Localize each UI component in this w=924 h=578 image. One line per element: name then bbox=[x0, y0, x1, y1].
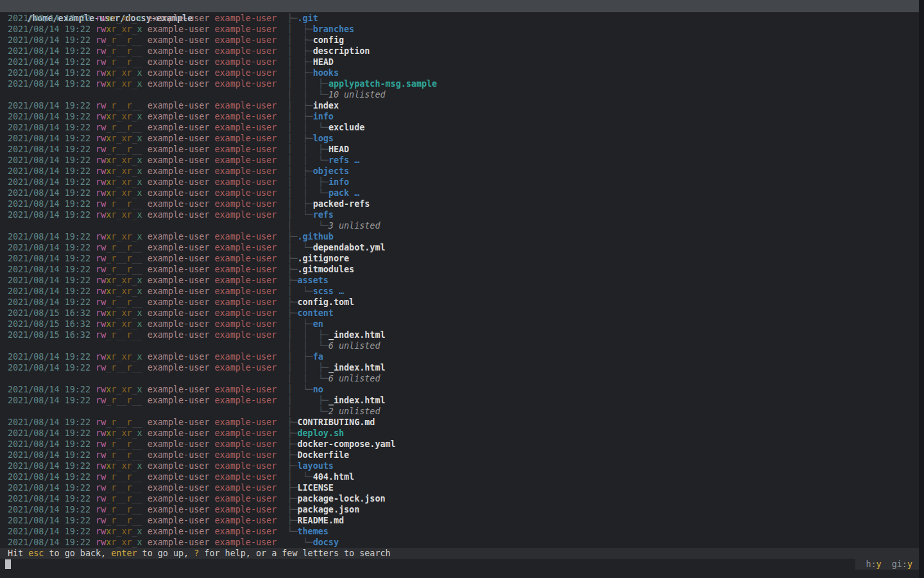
directory-name[interactable]: .github bbox=[298, 232, 334, 241]
tree-row[interactable]: 2021/08/14 19:22 rw_r__r__ example-user … bbox=[0, 471, 919, 482]
tree-row[interactable]: 2021/08/14 19:22 rwxr_xr_x example-user … bbox=[0, 67, 919, 78]
file-name[interactable]: dependabot.yml bbox=[313, 243, 386, 252]
tree-row[interactable]: 2021/08/14 19:22 rw_r__r__ example-user … bbox=[0, 439, 919, 450]
file-name[interactable]: HEAD bbox=[329, 144, 349, 154]
directory-name[interactable]: .git bbox=[298, 13, 318, 23]
file-name[interactable]: _index.html bbox=[329, 330, 386, 340]
executable-file-name[interactable]: deploy.sh bbox=[298, 428, 345, 438]
tree-row[interactable]: 2021/08/14 19:22 rwxr_xr_x example-user … bbox=[0, 155, 919, 166]
file-name[interactable]: .gitignore bbox=[298, 254, 350, 263]
tree-row[interactable]: 2021/08/14 19:22 rwxr_xr_x example-user … bbox=[0, 78, 919, 89]
file-name[interactable]: exclude bbox=[329, 123, 364, 132]
tree-row[interactable]: 2021/08/14 19:22 rwxr_xr_x example-user … bbox=[0, 384, 919, 395]
tree-row[interactable]: 2021/08/15 16:32 rwxr_xr_x example-user … bbox=[0, 319, 919, 329]
tree-row[interactable]: 2021/08/14 19:22 rw_r__r__ example-user … bbox=[0, 122, 919, 133]
tree-row[interactable]: 2021/08/14 19:22 rwxr_xr_x example-user … bbox=[0, 188, 919, 198]
file-name[interactable]: package-lock.json bbox=[298, 494, 386, 504]
tree-row[interactable]: │ │ └─6 unlisted bbox=[0, 373, 919, 384]
directory-name[interactable]: branches bbox=[313, 24, 355, 34]
tree-row[interactable]: 2021/08/14 19:22 rwxr_xr_x example-user … bbox=[0, 526, 919, 537]
directory-name[interactable]: objects bbox=[313, 166, 349, 176]
tree-row[interactable]: 2021/08/14 19:22 rw_r__r__ example-user … bbox=[0, 242, 919, 253]
file-name[interactable]: packed-refs bbox=[313, 199, 370, 209]
tree-row[interactable]: 2021/08/14 19:22 rw_r__r__ example-user … bbox=[0, 144, 919, 155]
directory-name[interactable]: pack bbox=[329, 188, 349, 198]
tree-row[interactable]: 2021/08/14 19:22 rw_r__r__ example-user … bbox=[0, 450, 919, 460]
directory-name[interactable]: no bbox=[313, 385, 323, 394]
tree-row[interactable]: 2021/08/14 19:22 rwxr_xr_x example-user … bbox=[0, 133, 919, 144]
owner-name: example-user bbox=[148, 450, 215, 460]
tree-row[interactable]: 2021/08/14 19:22 rw_r__r__ example-user … bbox=[0, 264, 919, 275]
tree-row[interactable]: 2021/08/14 19:22 rw_r__r__ example-user … bbox=[0, 515, 919, 526]
tree-row[interactable]: 2021/08/14 19:22 rw_r__r__ example-user … bbox=[0, 57, 919, 67]
tree-row[interactable]: 2021/08/14 19:22 rw_r__r__ example-user … bbox=[0, 362, 919, 373]
tree-row[interactable]: 2021/08/14 19:22 rw_r__r__ example-user … bbox=[0, 100, 919, 111]
tree-row[interactable]: 2021/08/14 19:22 rwxr_xr_x example-user … bbox=[0, 275, 919, 286]
tree-row[interactable]: 2021/08/14 19:22 rw_r__r__ example-user … bbox=[0, 504, 919, 515]
tree-row[interactable]: 2021/08/15 16:32 rw_r__r__ example-user … bbox=[0, 329, 919, 340]
file-name[interactable]: 404.html bbox=[313, 472, 355, 482]
directory-name[interactable]: docsy bbox=[313, 538, 339, 547]
tree-row[interactable]: 2021/08/14 19:22 rwxr_xr_x example-user … bbox=[0, 13, 919, 24]
tree-row[interactable]: 2021/08/14 19:22 rw_r__r__ example-user … bbox=[0, 493, 919, 504]
directory-name[interactable]: logs bbox=[313, 134, 334, 143]
tree-row[interactable]: │ │ └─10 unlisted bbox=[0, 89, 919, 100]
tree-row[interactable]: │ │ └─6 unlisted bbox=[0, 340, 919, 351]
directory-name[interactable]: refs bbox=[329, 155, 349, 165]
owner-name: example-user bbox=[148, 101, 215, 110]
tree-row[interactable]: 2021/08/14 19:22 rwxr_xr_x example-user … bbox=[0, 286, 919, 297]
tree-row[interactable]: 2021/08/14 19:22 rw_r__r__ example-user … bbox=[0, 482, 919, 493]
tree-row[interactable]: 2021/08/14 19:22 rw_r__r__ example-user … bbox=[0, 395, 919, 406]
tree-row[interactable]: │ └─3 unlisted bbox=[0, 220, 919, 231]
file-name[interactable]: README.md bbox=[298, 516, 345, 525]
directory-name[interactable]: fa bbox=[313, 352, 323, 362]
file-name[interactable]: docker-compose.yaml bbox=[298, 439, 396, 449]
directory-name[interactable]: layouts bbox=[298, 461, 334, 471]
directory-name[interactable]: hooks bbox=[313, 68, 339, 78]
tree-row[interactable]: 2021/08/14 19:22 rw_r__r__ example-user … bbox=[0, 35, 919, 46]
tree-row[interactable]: 2021/08/14 19:22 rwxr_xr_x example-user … bbox=[0, 209, 919, 220]
file-name[interactable]: description bbox=[313, 46, 370, 56]
tree-row[interactable]: 2021/08/14 19:22 rwxr_xr_x example-user … bbox=[0, 231, 919, 242]
tree-row[interactable]: 2021/08/14 19:22 rwxr_xr_x example-user … bbox=[0, 166, 919, 177]
tree-row[interactable]: 2021/08/14 19:22 rw_r__r__ example-user … bbox=[0, 417, 919, 428]
tree-row[interactable]: 2021/08/14 19:22 rwxr_xr_x example-user … bbox=[0, 24, 919, 35]
tree-row[interactable]: 2021/08/14 19:22 rw_r__r__ example-user … bbox=[0, 46, 919, 57]
file-name[interactable]: _index.html bbox=[329, 363, 386, 372]
tree-row[interactable]: 2021/08/14 19:22 rwxr_xr_x example-user … bbox=[0, 351, 919, 362]
file-name[interactable]: .gitmodules bbox=[298, 265, 355, 274]
tree-row[interactable]: 2021/08/14 19:22 rw_r__r__ example-user … bbox=[0, 297, 919, 308]
tree-row[interactable]: 2021/08/14 19:22 rwxr_xr_x example-user … bbox=[0, 177, 919, 188]
file-name[interactable]: config bbox=[313, 35, 344, 45]
file-name[interactable]: _index.html bbox=[329, 396, 386, 405]
directory-name[interactable]: en bbox=[313, 319, 323, 329]
file-name[interactable]: CONTRIBUTING.md bbox=[298, 417, 375, 427]
permission-bit: r bbox=[96, 166, 101, 176]
search-input-bar[interactable]: h:y gi:y bbox=[0, 559, 919, 570]
tree-row[interactable]: 2021/08/14 19:22 rwxr_xr_x example-user … bbox=[0, 428, 919, 439]
tree-row[interactable]: 2021/08/15 16:32 rwxr_xr_x example-user … bbox=[0, 308, 919, 319]
directory-name[interactable]: info bbox=[329, 177, 349, 187]
tree-row[interactable]: 2021/08/14 19:22 rwxr_xr_x example-user … bbox=[0, 460, 919, 471]
permission-bit: r bbox=[96, 254, 101, 263]
directory-name[interactable]: themes bbox=[298, 527, 329, 536]
file-name[interactable]: HEAD bbox=[313, 57, 334, 67]
tree-row[interactable]: 2021/08/14 19:22 rw_r__r__ example-user … bbox=[0, 253, 919, 264]
directory-name[interactable]: scss bbox=[313, 286, 334, 296]
directory-name[interactable]: content bbox=[298, 308, 334, 318]
directory-name[interactable]: info bbox=[313, 112, 334, 121]
directory-name[interactable]: refs bbox=[313, 210, 334, 220]
file-name[interactable]: Dockerfile bbox=[298, 450, 350, 460]
file-name[interactable]: index bbox=[313, 101, 339, 110]
file-name[interactable]: package.json bbox=[298, 505, 360, 514]
permission-bit: _ bbox=[132, 57, 137, 67]
tree-row[interactable]: 2021/08/14 19:22 rwxr_xr_x example-user … bbox=[0, 111, 919, 122]
file-name[interactable]: config.toml bbox=[298, 297, 355, 307]
directory-name[interactable]: assets bbox=[298, 276, 329, 285]
tree-row[interactable]: 2021/08/14 19:22 rw_r__r__ example-user … bbox=[0, 198, 919, 209]
file-name[interactable]: LICENSE bbox=[298, 483, 334, 493]
tree-row[interactable]: 2021/08/14 19:22 rwxr_xr_x example-user … bbox=[0, 537, 919, 548]
executable-file-name[interactable]: applypatch-msg.sample bbox=[329, 79, 437, 89]
tree-row[interactable]: │ └─2 unlisted bbox=[0, 406, 919, 417]
spacer bbox=[277, 396, 287, 405]
